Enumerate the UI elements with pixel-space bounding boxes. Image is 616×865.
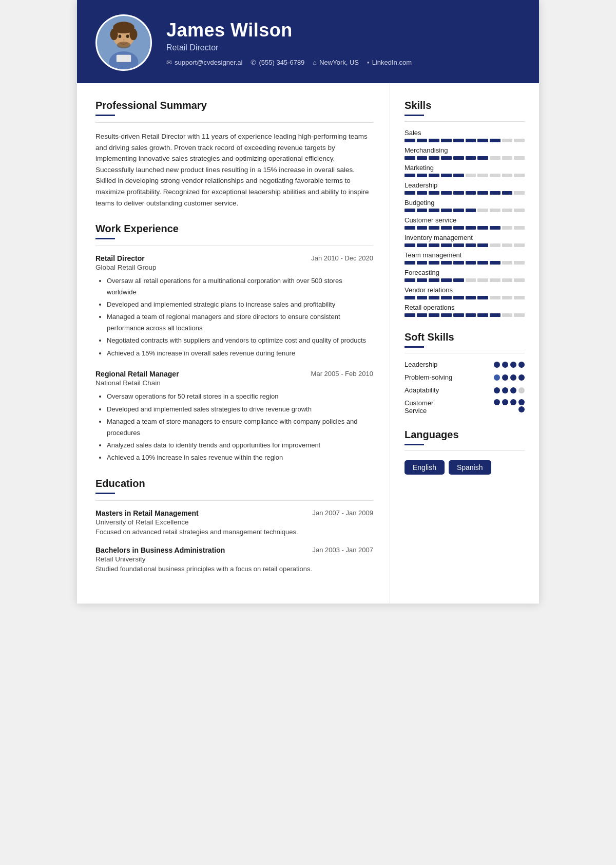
soft-skill-row: Leadership [405, 361, 525, 368]
skill-segment-filled [490, 313, 500, 317]
skill-segment-empty [514, 296, 525, 299]
soft-skills-section: Soft Skills LeadershipProblem-solvingAda… [405, 331, 525, 415]
skill-segment-empty [502, 261, 513, 265]
skill-bar [405, 243, 525, 247]
skill-segment-filled [441, 156, 452, 160]
skill-segment-filled [441, 243, 452, 247]
list-item: Developed and implemented strategic plan… [107, 299, 373, 310]
skill-segment-empty [502, 226, 513, 230]
skill-segment-empty [490, 243, 500, 247]
languages-rule [405, 450, 525, 451]
edu-1-desc: Focused on advanced retail strategies an… [95, 528, 373, 536]
skill-segment-filled [417, 278, 428, 282]
skill-segment-filled [429, 226, 439, 230]
languages-section: Languages EnglishSpanish [405, 429, 525, 475]
skill-segment-filled [466, 243, 476, 247]
skill-segment-empty [490, 156, 500, 160]
skill-segment-filled [453, 278, 464, 282]
skill-item: Leadership [405, 181, 525, 195]
skill-segment-filled [466, 296, 476, 299]
skill-segment-filled [453, 313, 464, 317]
skill-segment-filled [417, 191, 428, 195]
edu-2: Bachelors in Business Administration Jan… [95, 546, 373, 573]
contact-email: ✉ support@cvdesigner.ai [166, 59, 242, 66]
skill-segment-filled [466, 139, 476, 142]
skill-name: Merchandising [405, 146, 525, 154]
avatar [95, 14, 152, 71]
summary-text: Results-driven Retail Director with 11 y… [95, 131, 373, 209]
edu-2-degree: Bachelors in Business Administration [95, 546, 225, 554]
job-2: Regional Retail Manager Mar 2005 - Feb 2… [95, 370, 373, 463]
skill-segment-filled [441, 278, 452, 282]
soft-skills-divider [405, 346, 424, 348]
skill-segment-empty [514, 139, 525, 142]
skill-bar [405, 156, 525, 160]
job-1-bullets: Oversaw all retail operations for a mult… [95, 275, 373, 359]
skill-segment-filled [429, 209, 439, 212]
skill-segment-empty [477, 278, 488, 282]
edu-2-header: Bachelors in Business Administration Jan… [95, 546, 373, 554]
skill-item: Team management [405, 251, 525, 265]
skill-name: Vendor relations [405, 286, 525, 294]
dot-empty [518, 387, 525, 393]
svg-point-9 [117, 42, 130, 48]
job-1-title: Retail Director [95, 254, 145, 262]
language-badge: English [405, 460, 445, 475]
skill-segment-filled [417, 139, 428, 142]
skill-bar [405, 191, 525, 195]
skill-segment-filled [466, 261, 476, 265]
list-item: Analyzed sales data to identify trends a… [107, 440, 373, 450]
email-icon: ✉ [166, 59, 172, 66]
edu-1: Masters in Retail Management Jan 2007 - … [95, 509, 373, 536]
job-2-header: Regional Retail Manager Mar 2005 - Feb 2… [95, 370, 373, 378]
dot-filled [502, 374, 508, 381]
skills-section: Skills SalesMerchandisingMarketingLeader… [405, 100, 525, 317]
skill-segment-filled [405, 313, 415, 317]
skill-segment-empty [514, 156, 525, 160]
work-experience-title: Work Experience [95, 223, 373, 235]
skill-segment-filled [405, 191, 415, 195]
svg-point-5 [129, 29, 137, 41]
skill-bar [405, 226, 525, 230]
skill-segment-empty [490, 296, 500, 299]
soft-skill-name: Adaptability [405, 386, 439, 394]
skill-segment-filled [429, 313, 439, 317]
skill-item: Marketing [405, 164, 525, 177]
skill-item: Sales [405, 129, 525, 142]
skill-segment-filled [477, 156, 488, 160]
languages-list: EnglishSpanish [405, 458, 525, 475]
skill-segment-empty [477, 209, 488, 212]
skill-name: Team management [405, 251, 525, 259]
skill-bar [405, 313, 525, 317]
skill-segment-filled [453, 191, 464, 195]
skill-segment-filled [405, 226, 415, 230]
job-2-dates: Mar 2005 - Feb 2010 [311, 370, 373, 378]
dot-filled [510, 399, 516, 405]
contact-linkedin: ▪ LinkedIn.com [367, 59, 412, 66]
skill-segment-filled [453, 174, 464, 177]
skill-segment-empty [502, 313, 513, 317]
skill-item: Merchandising [405, 146, 525, 160]
skill-segment-filled [429, 139, 439, 142]
skill-segment-filled [429, 278, 439, 282]
skill-segment-filled [405, 261, 415, 265]
skill-segment-empty [466, 174, 476, 177]
skill-bar [405, 261, 525, 265]
edu-1-dates: Jan 2007 - Jan 2009 [312, 509, 373, 517]
dot-filled [502, 387, 508, 393]
edu-divider [95, 493, 115, 494]
soft-skill-row: Adaptability [405, 386, 525, 394]
skill-segment-filled [429, 191, 439, 195]
soft-skill-name: Problem-solving [405, 373, 452, 381]
dot-filled [494, 362, 500, 368]
skill-segment-filled [441, 174, 452, 177]
education-title: Education [95, 478, 373, 490]
skill-segment-filled [417, 209, 428, 212]
skill-segment-empty [502, 209, 513, 212]
edu-2-school: Retail University [95, 555, 373, 563]
skill-item: Budgeting [405, 199, 525, 212]
languages-title: Languages [405, 429, 525, 441]
skill-segment-filled [453, 209, 464, 212]
header-title: Retail Director [166, 43, 521, 52]
summary-rule [95, 122, 373, 123]
